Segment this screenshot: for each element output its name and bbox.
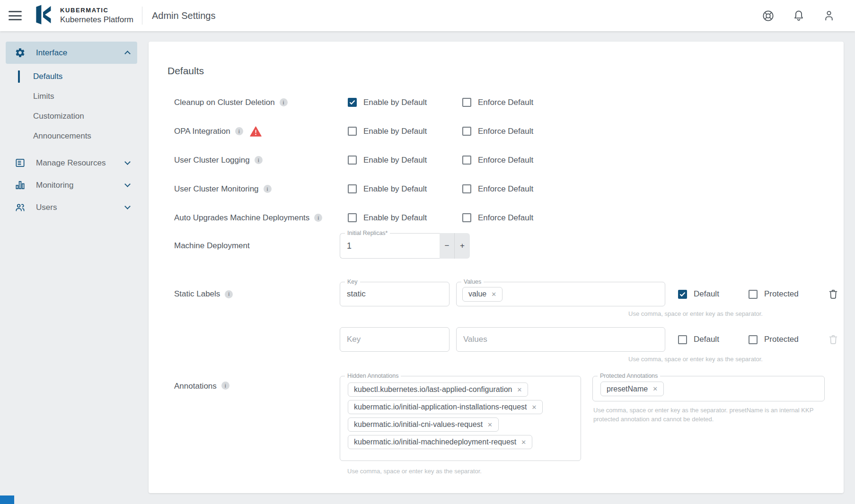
setting-label: Auto Upgrades Machine Deployments bbox=[174, 213, 309, 223]
sidebar-item-interface[interactable]: Interface bbox=[6, 42, 137, 64]
chip-text: presetName bbox=[607, 385, 648, 393]
hidden-annotations-field[interactable]: Hidden Annotations kubectl.kubernetes.io… bbox=[340, 376, 581, 461]
sidebar-subitem-customization[interactable]: Customization bbox=[0, 106, 143, 126]
chevron-down-icon bbox=[124, 181, 131, 187]
setting-label: User Cluster Logging bbox=[174, 156, 250, 165]
setting-label: OPA Integration bbox=[174, 127, 230, 136]
help-icon[interactable] bbox=[762, 9, 775, 22]
chevron-down-icon bbox=[124, 159, 131, 165]
enable-by-default-label: Enable by Default bbox=[363, 213, 427, 223]
menu-icon[interactable] bbox=[9, 11, 22, 20]
sidebar-subitem-limits[interactable]: Limits bbox=[0, 87, 143, 106]
sidebar-item-manage-resources[interactable]: Manage Resources bbox=[6, 152, 137, 174]
setting-row-opa-integration: OPA Integration i Enable by Default Enfo… bbox=[167, 117, 825, 146]
defaults-card: Defaults Cleanup on Cluster Deletion i E… bbox=[149, 42, 844, 493]
warning-icon[interactable] bbox=[250, 126, 262, 137]
sidebar-item-label: Manage Resources bbox=[36, 158, 125, 168]
enforce-default-checkbox[interactable] bbox=[462, 156, 471, 165]
enforce-default-checkbox[interactable] bbox=[462, 184, 471, 193]
default-checkbox[interactable] bbox=[678, 335, 687, 344]
gear-icon bbox=[14, 47, 26, 59]
info-icon[interactable]: i bbox=[235, 127, 243, 135]
chip-remove-icon[interactable]: ✕ bbox=[652, 385, 658, 392]
sidebar-item-monitoring[interactable]: Monitoring bbox=[6, 174, 137, 196]
enable-by-default-checkbox[interactable] bbox=[348, 213, 357, 222]
initial-replicas-input[interactable] bbox=[340, 234, 440, 258]
info-icon[interactable]: i bbox=[280, 98, 288, 106]
chip-text: kubermatic.io/initial-cni-values-request bbox=[354, 420, 483, 429]
resources-list-icon bbox=[14, 157, 26, 169]
enable-by-default-checkbox[interactable] bbox=[348, 184, 357, 193]
enforce-default-label: Enforce Default bbox=[478, 98, 533, 107]
enforce-default-label: Enforce Default bbox=[478, 127, 533, 136]
key-input[interactable] bbox=[340, 328, 449, 351]
info-icon[interactable]: i bbox=[264, 185, 272, 193]
delete-row-icon[interactable] bbox=[828, 288, 839, 300]
sidebar-subitem-announcements[interactable]: Announcements bbox=[0, 126, 143, 146]
sidebar-subitem-defaults[interactable]: Defaults bbox=[0, 67, 143, 87]
chip-remove-icon[interactable]: ✕ bbox=[532, 404, 537, 411]
page-title: Admin Settings bbox=[152, 10, 216, 21]
key-field-label: Key bbox=[345, 278, 360, 285]
section-heading: Defaults bbox=[167, 65, 825, 77]
header-divider bbox=[142, 7, 142, 25]
separator-hint: Use comma, space or enter key as the sep… bbox=[628, 310, 839, 317]
setting-label: Machine Deployment bbox=[174, 241, 250, 251]
info-icon[interactable]: i bbox=[225, 290, 233, 298]
enforce-default-label: Enforce Default bbox=[478, 184, 533, 194]
chip-text: kubermatic.io/initial-application-instal… bbox=[354, 403, 527, 411]
protected-annotations-field[interactable]: Protected Annotations presetName ✕ bbox=[592, 376, 825, 401]
decrement-button[interactable]: − bbox=[440, 233, 455, 259]
default-checkbox[interactable] bbox=[678, 290, 687, 299]
chip-remove-icon[interactable]: ✕ bbox=[517, 386, 522, 393]
protected-annotations-hint: Use comma, space or enter key as the sep… bbox=[593, 406, 820, 424]
increment-button[interactable]: + bbox=[455, 233, 470, 259]
user-account-icon[interactable] bbox=[823, 9, 835, 22]
enforce-default-checkbox[interactable] bbox=[462, 98, 471, 107]
subitem-label: Announcements bbox=[33, 131, 91, 141]
protected-checkbox[interactable] bbox=[749, 335, 758, 344]
annotation-chip: kubermatic.io/initial-application-instal… bbox=[348, 400, 543, 414]
hidden-annotations-label: Hidden Annotations bbox=[345, 373, 401, 379]
chevron-up-icon bbox=[124, 51, 131, 57]
admin-settings-page: { "header": { "brand_line1": "KUBERMATIC… bbox=[0, 0, 855, 504]
chip-remove-icon[interactable]: ✕ bbox=[521, 439, 526, 446]
setting-row-user-cluster-logging: User Cluster Logging i Enable by Default… bbox=[167, 146, 825, 174]
sidebar-item-users[interactable]: Users bbox=[6, 196, 137, 218]
kubermatic-logo[interactable] bbox=[32, 5, 54, 26]
brand-line1: KUBERMATIC bbox=[60, 7, 133, 14]
protected-checkbox[interactable] bbox=[749, 290, 758, 299]
info-icon[interactable]: i bbox=[314, 214, 322, 222]
chip-remove-icon[interactable]: ✕ bbox=[487, 421, 493, 428]
enable-by-default-checkbox[interactable] bbox=[348, 156, 357, 165]
chip-remove-icon[interactable]: ✕ bbox=[491, 291, 496, 298]
setting-row-user-cluster-monitoring: User Cluster Monitoring i Enable by Defa… bbox=[167, 174, 825, 203]
enable-by-default-label: Enable by Default bbox=[363, 127, 427, 136]
enforce-default-checkbox[interactable] bbox=[462, 213, 471, 222]
info-icon[interactable]: i bbox=[221, 382, 229, 390]
value-chip: value ✕ bbox=[462, 287, 502, 302]
enforce-default-checkbox[interactable] bbox=[462, 127, 471, 136]
interface-subnav: Defaults Limits Customization Announceme… bbox=[0, 67, 143, 146]
bottom-left-artifact bbox=[0, 495, 14, 504]
notifications-bell-icon[interactable] bbox=[793, 9, 805, 22]
protected-label: Protected bbox=[764, 289, 799, 299]
enable-by-default-checkbox[interactable] bbox=[348, 98, 357, 107]
key-input[interactable] bbox=[340, 282, 449, 306]
setting-label: User Cluster Monitoring bbox=[174, 184, 259, 194]
enable-by-default-label: Enable by Default bbox=[363, 156, 427, 165]
setting-row-machine-deployment: Machine Deployment Initial Replicas* − + bbox=[167, 233, 825, 259]
setting-label: Static Labels bbox=[174, 289, 220, 299]
subitem-label: Limits bbox=[33, 92, 54, 101]
static-label-row: Key Values value ✕ bbox=[340, 282, 839, 306]
info-icon[interactable]: i bbox=[255, 156, 263, 164]
enable-by-default-checkbox[interactable] bbox=[348, 127, 357, 136]
people-icon bbox=[14, 202, 26, 213]
sidebar-item-label: Monitoring bbox=[36, 181, 125, 190]
initial-replicas-stepper: Initial Replicas* − + bbox=[340, 233, 470, 259]
values-input[interactable] bbox=[462, 334, 659, 345]
subitem-label: Defaults bbox=[33, 72, 62, 81]
values-field-label: Values bbox=[461, 278, 484, 285]
chip-text: kubectl.kubernetes.io/last-applied-confi… bbox=[354, 385, 512, 394]
enforce-default-label: Enforce Default bbox=[478, 213, 533, 223]
